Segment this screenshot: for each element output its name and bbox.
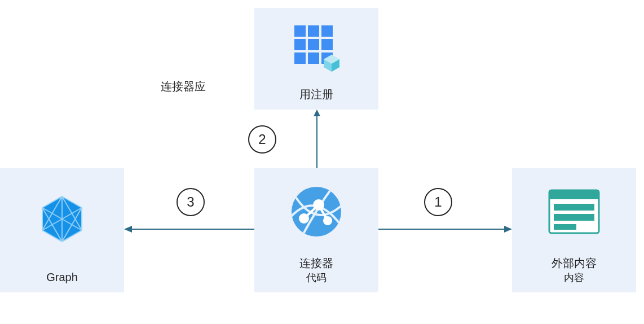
svg-rect-32: [554, 224, 576, 230]
node-app-registration: 用注册: [254, 8, 378, 110]
node-external-content: 外部内容 内容: [512, 168, 636, 292]
arrow-to-graph: [124, 226, 254, 233]
svg-rect-2: [321, 25, 333, 37]
svg-rect-4: [308, 39, 319, 50]
node-connector-code-label-l1: 连接器: [299, 257, 333, 269]
svg-marker-36: [124, 226, 132, 233]
arrow-to-app-registration: [314, 110, 320, 168]
svg-rect-6: [294, 52, 306, 64]
node-external-content-label-l2: 内容: [552, 272, 597, 284]
svg-rect-1: [308, 25, 319, 37]
node-connector-code-label: 连接器 代码: [299, 256, 333, 284]
node-connector-code-label-l2: 代码: [299, 272, 333, 284]
node-external-content-label-l1: 外部内容: [552, 257, 597, 269]
connector-code-icon: [289, 168, 343, 256]
svg-rect-3: [294, 39, 306, 50]
node-app-registration-label: 用注册: [299, 87, 333, 102]
connector-app-label: 连接器应: [161, 79, 206, 94]
app-registration-icon: [291, 8, 342, 87]
external-content-icon: [547, 168, 601, 256]
svg-rect-29: [549, 190, 599, 199]
svg-marker-34: [314, 110, 320, 116]
node-connector-code: 连接器 代码: [254, 168, 378, 292]
step-3: 3: [177, 188, 205, 216]
step-2: 2: [248, 125, 276, 154]
arrow-to-external-content: [378, 226, 512, 233]
svg-marker-38: [504, 226, 512, 233]
svg-rect-31: [554, 214, 594, 221]
node-graph: Graph: [0, 168, 124, 292]
node-graph-label: Graph: [46, 270, 78, 284]
graph-icon: [36, 168, 88, 270]
step-1: 1: [424, 188, 452, 216]
svg-rect-7: [308, 52, 319, 64]
svg-rect-5: [321, 39, 333, 50]
svg-rect-0: [294, 25, 306, 37]
svg-rect-30: [554, 204, 594, 211]
node-external-content-label: 外部内容 内容: [552, 256, 597, 284]
